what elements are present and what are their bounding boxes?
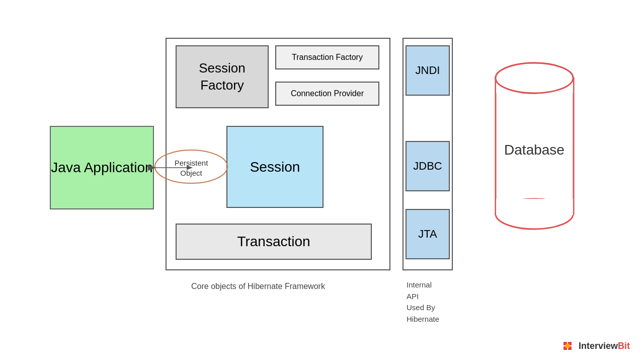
session-label: Session (250, 159, 300, 175)
session-factory-label: SessionFactory (199, 60, 246, 94)
connection-provider-label: Connection Provider (291, 89, 364, 98)
persistent-object-line2: Object (180, 169, 202, 177)
persistent-object-ellipse: Persistent Object (154, 149, 228, 185)
diagram-container: Java Application SessionFactory Transact… (0, 0, 644, 362)
svg-rect-5 (496, 199, 573, 215)
java-application-label: Java Application (51, 159, 152, 177)
jta-label: JTA (418, 228, 437, 241)
jta-box: JTA (406, 209, 450, 259)
internal-api-caption-text: InternalAPIUsed ByHibernate (407, 280, 439, 323)
internal-api-caption: InternalAPIUsed ByHibernate (407, 279, 439, 325)
jndi-label: JNDI (416, 64, 440, 77)
database-cylinder: Database (491, 50, 579, 242)
persistent-object-line1: Persistent (175, 159, 209, 167)
logo-area: InterviewBit (560, 339, 630, 353)
jdbc-box: JDBC (406, 141, 450, 191)
session-factory-box: SessionFactory (176, 45, 269, 108)
database-label: Database (504, 142, 565, 158)
core-objects-caption: Core objects of Hibernate Framework (191, 282, 325, 291)
transaction-box: Transaction (176, 224, 372, 260)
session-box: Session (226, 126, 324, 208)
logo-icon (560, 339, 575, 353)
transaction-label: Transaction (237, 234, 310, 250)
logo-brand: Bit (618, 341, 630, 351)
logo-text: InterviewBit (579, 341, 630, 351)
svg-rect-11 (566, 344, 570, 348)
transaction-factory-label: Transaction Factory (292, 53, 363, 62)
jdbc-label: JDBC (413, 160, 442, 173)
transaction-factory-box: Transaction Factory (275, 45, 379, 69)
connection-provider-box: Connection Provider (275, 82, 379, 106)
jndi-box: JNDI (406, 45, 450, 96)
svg-point-6 (496, 63, 573, 93)
java-application-box: Java Application (50, 126, 154, 209)
